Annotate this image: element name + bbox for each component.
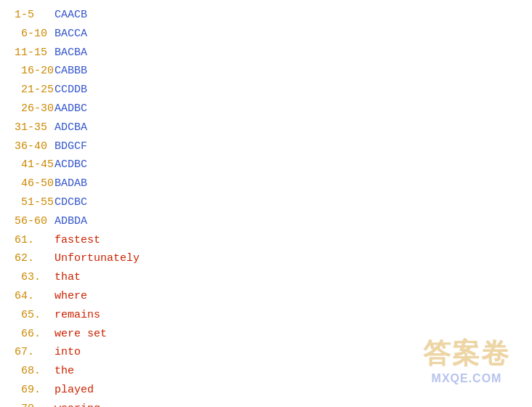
item-number: 61.	[15, 231, 55, 250]
item-answer: ACDBC	[55, 156, 87, 174]
item-answer: BADAB	[55, 174, 87, 193]
item-number: 64.	[15, 287, 55, 306]
item-number: 65.	[15, 306, 55, 325]
list-item: 11-15 BACBA	[15, 44, 517, 63]
main-content: 1-5 CAACB 6-10 BACCA11-15 BACBA 16-20 CA…	[0, 0, 532, 407]
item-answer: BACCA	[55, 25, 87, 44]
item-number: 36-40	[15, 137, 55, 156]
item-answer: remains	[55, 306, 100, 325]
list-item: 26-30 AADBC	[15, 100, 517, 118]
list-item: 63. that	[15, 268, 517, 287]
item-answer: fastest	[55, 231, 100, 250]
item-number: 46-50	[15, 174, 55, 193]
item-answer: CABBB	[55, 62, 87, 81]
item-answer: CCDDB	[55, 81, 87, 100]
item-number: 31-35	[15, 118, 55, 137]
item-answer: wearing	[55, 400, 100, 407]
item-number: 67.	[15, 343, 55, 362]
list-item: 62. Unfortunately	[15, 249, 517, 268]
item-answer: CDCBC	[55, 193, 87, 212]
list-item: 46-50 BADAB	[15, 174, 517, 193]
item-number: 69.	[15, 381, 55, 400]
list-item: 56-60 ADBDA	[15, 212, 517, 231]
item-number: 66.	[15, 325, 55, 344]
list-item: 68. the	[15, 362, 517, 381]
item-answer: BACBA	[55, 44, 87, 63]
list-item: 67. into	[15, 343, 517, 362]
list-item: 16-20 CABBB	[15, 62, 517, 81]
item-number: 62.	[15, 249, 55, 268]
item-answer: played	[55, 381, 94, 400]
item-number: 41-45	[15, 156, 55, 174]
item-number: 21-25	[15, 81, 55, 100]
item-number: 26-30	[15, 100, 55, 118]
item-number: 6-10	[15, 25, 55, 44]
list-item: 65. remains	[15, 306, 517, 325]
item-answer: ADBDA	[55, 212, 87, 231]
list-item: 41-45 ACDBC	[15, 156, 517, 174]
list-item: 21-25 CCDDB	[15, 81, 517, 100]
item-number: 11-15	[15, 44, 55, 63]
list-item: 70. wearing	[15, 400, 517, 407]
item-answer: Unfortunately	[55, 249, 140, 268]
list-item: 6-10 BACCA	[15, 25, 517, 44]
list-item: 51-55 CDCBC	[15, 193, 517, 212]
item-number: 16-20	[15, 62, 55, 81]
item-number: 68.	[15, 362, 55, 381]
item-answer: where	[55, 287, 87, 306]
item-answer: AADBC	[55, 100, 87, 118]
item-number: 56-60	[15, 212, 55, 231]
item-answer: into	[55, 343, 81, 362]
list-item: 61. fastest	[15, 231, 517, 250]
item-number: 51-55	[15, 193, 55, 212]
item-number: 70.	[15, 400, 55, 407]
list-item: 69. played	[15, 381, 517, 400]
item-answer: the	[55, 362, 74, 381]
item-answer: were set	[55, 325, 107, 344]
list-item: 36-40 BDGCF	[15, 137, 517, 156]
item-answer: BDGCF	[55, 137, 87, 156]
item-number: 1-5	[15, 6, 55, 25]
item-answer: CAACB	[55, 6, 87, 25]
list-item: 1-5 CAACB	[15, 6, 517, 25]
item-number: 63.	[15, 268, 55, 287]
item-answer: that	[55, 268, 81, 287]
list-item: 64. where	[15, 287, 517, 306]
list-item: 31-35 ADCBA	[15, 118, 517, 137]
item-answer: ADCBA	[55, 118, 87, 137]
list-item: 66. were set	[15, 325, 517, 344]
